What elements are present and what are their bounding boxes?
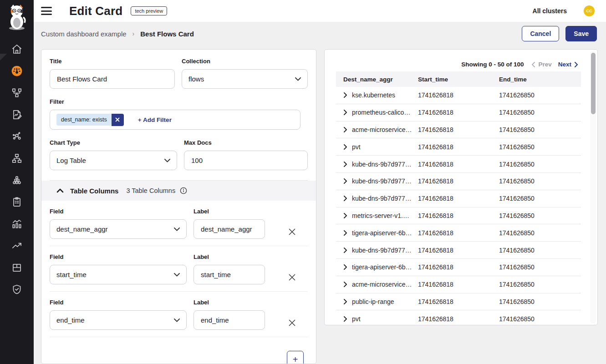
row-expand-chevron-icon[interactable] [343, 248, 347, 253]
chart-type-select[interactable]: Log Table [50, 151, 177, 170]
remove-filter-button[interactable] [112, 114, 124, 126]
prev-page-button[interactable]: Prev [531, 61, 551, 68]
nav-clusters-icon[interactable] [0, 169, 34, 191]
scrollbar-thumb[interactable] [591, 53, 596, 114]
label-label: Label [194, 208, 265, 215]
chart-type-label: Chart Type [50, 139, 177, 146]
row-expand-chevron-icon[interactable] [343, 230, 347, 236]
table-row[interactable]: tigera-apiserver-6b… 1741626818 17416268… [336, 224, 581, 242]
table-row[interactable]: prometheus-calico… 1741626818 1741626850 [336, 104, 581, 121]
cell-end-time: 1741626850 [499, 161, 581, 168]
nav-dashboards-icon[interactable] [0, 60, 34, 82]
cell-dest-name-aggr: pvt [352, 315, 361, 323]
cell-start-time: 1741626818 [418, 263, 499, 271]
remove-column-button[interactable] [288, 273, 296, 281]
field-value: dest_name_aggr [56, 225, 108, 233]
filter-label: Filter [50, 98, 308, 105]
table-row[interactable]: kube-dns-9b7d977f… 1741626818 1741626850 [336, 242, 581, 259]
breadcrumb-parent[interactable]: Custom dashboard example [41, 30, 127, 38]
nav-reports-edit-icon[interactable] [0, 104, 34, 126]
cell-start-time: 1741626818 [418, 177, 499, 185]
label-input[interactable] [194, 265, 265, 284]
nav-threat-defense-icon[interactable] [0, 278, 34, 300]
table-row[interactable]: acme-microservice… 1741626818 1741626850 [336, 121, 581, 139]
table-row[interactable]: public-ip-range 1741626818 1741626850 [336, 293, 581, 311]
nav-compliance-icon[interactable] [0, 191, 34, 213]
table-row[interactable]: kube-dns-9b7d977f… 1741626818 1741626850 [336, 190, 581, 207]
cell-dest-name-aggr: metrics-server-v1.3… [352, 212, 412, 219]
nav-home-icon[interactable] [0, 38, 34, 60]
nav-inventory-icon[interactable] [0, 257, 34, 278]
table-row[interactable]: kse.kubernetes 1741626818 1741626850 [336, 87, 581, 104]
cell-dest-name-aggr: kube-dns-9b7d977f… [352, 177, 412, 185]
cell-start-time: 1741626818 [418, 109, 499, 116]
table-row[interactable]: tigera-apiserver-6b… 1741626818 17416268… [336, 259, 581, 276]
nav-analytics-icon[interactable] [0, 213, 34, 235]
column-row-divider [50, 337, 308, 337]
table-row[interactable]: pvt 1741626818 1741626850 [336, 138, 581, 156]
filter-box[interactable]: dest_name: exists + Add Filter [50, 110, 300, 130]
row-expand-chevron-icon[interactable] [343, 213, 347, 218]
save-button[interactable]: Save [565, 26, 597, 41]
label-input[interactable] [194, 310, 265, 330]
remove-column-button[interactable] [288, 228, 296, 236]
cluster-selector[interactable]: All clusters [533, 7, 567, 15]
remove-column-button[interactable] [288, 319, 296, 327]
row-expand-chevron-icon[interactable] [343, 282, 347, 287]
field-select[interactable]: dest_name_aggr [50, 219, 187, 239]
max-docs-input[interactable] [184, 151, 308, 170]
pagination: Showing 0 - 50 of 100 Prev Next [325, 50, 597, 68]
table-row[interactable]: acme-microservice… 1741626818 1741626850 [336, 276, 581, 293]
row-expand-chevron-icon[interactable] [343, 196, 347, 201]
column-row-divider [50, 291, 308, 292]
cell-dest-name-aggr: tigera-apiserver-6b… [352, 263, 412, 271]
row-expand-chevron-icon[interactable] [343, 144, 347, 150]
row-expand-chevron-icon[interactable] [343, 127, 347, 132]
cancel-button[interactable]: Cancel [522, 26, 559, 41]
info-icon[interactable] [180, 187, 187, 194]
filter-chip-text: dest_name: exists [56, 114, 112, 126]
row-expand-chevron-icon[interactable] [343, 299, 347, 304]
table-row[interactable]: pvt 1741626818 1741626850 [336, 310, 581, 325]
results-scrollbar[interactable] [590, 51, 596, 324]
menu-toggle-icon[interactable] [41, 7, 52, 15]
nav-connections-icon[interactable] [0, 126, 34, 147]
table-row[interactable]: metrics-server-v1.3… 1741626818 17416268… [336, 207, 581, 225]
title-input[interactable] [50, 69, 175, 89]
row-expand-chevron-icon[interactable] [343, 264, 347, 270]
row-expand-chevron-icon[interactable] [343, 162, 347, 167]
table-columns-title: Table Columns [70, 187, 118, 195]
add-column-button[interactable]: + [287, 351, 304, 364]
row-expand-chevron-icon[interactable] [343, 178, 347, 184]
nav-trends-icon[interactable] [0, 235, 34, 257]
table-row[interactable]: kube-dns-9b7d977f… 1741626818 1741626850 [336, 173, 581, 190]
row-expand-chevron-icon[interactable] [343, 316, 347, 322]
user-avatar[interactable]: CC [584, 5, 595, 16]
cell-start-time: 1741626818 [418, 126, 499, 133]
nav-hierarchy-icon[interactable] [0, 147, 34, 169]
field-select[interactable]: end_time [50, 310, 187, 330]
calico-cat-logo[interactable] [5, 4, 29, 31]
nav-service-graph-icon[interactable] [0, 82, 34, 104]
next-page-button[interactable]: Next [558, 61, 578, 68]
collapse-chevron-up-icon[interactable] [56, 188, 64, 193]
add-filter-link[interactable]: + Add Filter [138, 116, 172, 123]
collection-select[interactable]: flows [182, 69, 308, 89]
row-expand-chevron-icon[interactable] [343, 92, 347, 98]
edit-card-page: Edit Card tech preview All clusters CC C… [0, 0, 606, 364]
cell-start-time: 1741626818 [418, 212, 499, 219]
cell-dest-name-aggr: kube-dns-9b7d977f… [352, 247, 412, 254]
row-expand-chevron-icon[interactable] [343, 110, 347, 115]
field-value: end_time [56, 316, 85, 324]
table-columns-section-header[interactable]: Table Columns 3 Table Columns [41, 181, 316, 201]
cell-start-time: 1741626818 [418, 281, 499, 288]
cell-start-time: 1741626818 [418, 91, 499, 99]
table-row[interactable]: kube-dns-9b7d977f… 1741626818 1741626850 [336, 156, 581, 173]
field-select[interactable]: start_time [50, 265, 187, 284]
label-input[interactable] [194, 219, 265, 239]
filter-chip: dest_name: exists [56, 114, 124, 126]
results-preview-panel: Showing 0 - 50 of 100 Prev Next Dest_nam… [324, 49, 598, 325]
chevron-down-icon [174, 228, 180, 231]
breadcrumb: Custom dashboard example › Best Flows Ca… [41, 30, 194, 38]
cell-dest-name-aggr: kse.kubernetes [352, 91, 395, 99]
